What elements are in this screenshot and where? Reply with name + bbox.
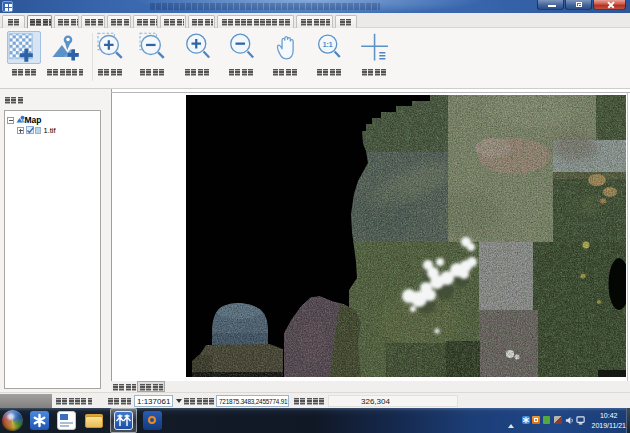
svg-text:1:1: 1:1 xyxy=(323,41,333,48)
